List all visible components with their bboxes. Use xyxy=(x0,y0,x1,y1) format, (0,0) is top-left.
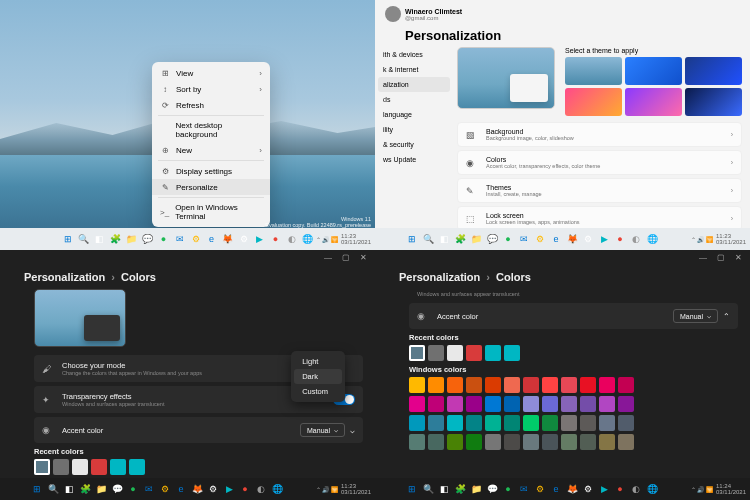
taskbar-app-icon[interactable]: 📁 xyxy=(94,482,108,496)
taskbar-app-icon[interactable]: 🌐 xyxy=(301,232,315,246)
taskbar-app-icon[interactable]: ● xyxy=(269,232,283,246)
color-swatch[interactable] xyxy=(129,459,145,475)
taskbar-app-icon[interactable]: 💬 xyxy=(485,232,499,246)
color-swatch[interactable] xyxy=(485,345,501,361)
nav-item[interactable]: language xyxy=(378,107,450,122)
taskbar-app-icon[interactable]: ⚙ xyxy=(533,232,547,246)
taskbar-app-icon[interactable]: ▶ xyxy=(253,232,267,246)
color-swatch[interactable] xyxy=(523,415,539,431)
mode-option-custom[interactable]: Custom xyxy=(294,384,342,399)
color-swatch[interactable] xyxy=(409,377,425,393)
color-swatch[interactable] xyxy=(428,345,444,361)
color-swatch[interactable] xyxy=(466,396,482,412)
color-swatch[interactable] xyxy=(504,434,520,450)
color-swatch[interactable] xyxy=(447,434,463,450)
taskbar-app-icon[interactable]: ◧ xyxy=(93,232,107,246)
color-swatch[interactable] xyxy=(504,396,520,412)
taskbar-app-icon[interactable]: ◐ xyxy=(629,232,643,246)
nav-item[interactable]: alization xyxy=(378,77,450,92)
taskbar-app-icon[interactable]: 🦊 xyxy=(565,482,579,496)
taskbar-app-icon[interactable]: ✉ xyxy=(173,232,187,246)
taskbar-app-icon[interactable]: 🌐 xyxy=(645,482,659,496)
taskbar-app-icon[interactable]: ● xyxy=(501,232,515,246)
color-swatch[interactable] xyxy=(53,459,69,475)
color-swatch[interactable] xyxy=(34,459,50,475)
taskbar-app-icon[interactable]: 💬 xyxy=(485,482,499,496)
taskbar-app-icon[interactable]: 🔍 xyxy=(421,482,435,496)
color-swatch[interactable] xyxy=(110,459,126,475)
color-swatch[interactable] xyxy=(580,377,596,393)
color-swatch[interactable] xyxy=(523,434,539,450)
color-swatch[interactable] xyxy=(504,377,520,393)
theme-thumbnail[interactable] xyxy=(625,57,682,85)
accent-dropdown[interactable]: Manual⌵ xyxy=(673,309,718,323)
taskbar-app-icon[interactable]: 🦊 xyxy=(565,232,579,246)
color-swatch[interactable] xyxy=(599,396,615,412)
taskbar-app-icon[interactable]: ⊞ xyxy=(405,232,419,246)
taskbar[interactable]: ⊞🔍◧🧩📁💬●✉⚙e🦊⚙▶●◐🌐 ⌃ 🔊 🛜 11:2403/11/2021 xyxy=(375,478,750,500)
theme-thumbnail[interactable] xyxy=(685,57,742,85)
mode-option-light[interactable]: Light xyxy=(294,354,342,369)
color-swatch[interactable] xyxy=(599,415,615,431)
taskbar-app-icon[interactable]: ⚙ xyxy=(533,482,547,496)
color-swatch[interactable] xyxy=(561,434,577,450)
taskbar-app-icon[interactable]: 🔍 xyxy=(46,482,60,496)
taskbar-app-icon[interactable]: ▶ xyxy=(597,232,611,246)
ctx-sort-by[interactable]: ↕Sort by› xyxy=(152,81,270,97)
taskbar-app-icon[interactable]: ⊞ xyxy=(61,232,75,246)
color-swatch[interactable] xyxy=(409,345,425,361)
taskbar[interactable]: ⊞🔍◧🧩📁💬●✉⚙e🦊⚙▶●◐🌐 ⌃ 🔊 🛜 11:2303/11/2021 xyxy=(0,478,375,500)
color-swatch[interactable] xyxy=(618,415,634,431)
color-swatch[interactable] xyxy=(504,415,520,431)
color-swatch[interactable] xyxy=(428,434,444,450)
taskbar-app-icon[interactable]: 🦊 xyxy=(190,482,204,496)
color-swatch[interactable] xyxy=(599,377,615,393)
nav-item[interactable]: ility xyxy=(378,122,450,137)
color-swatch[interactable] xyxy=(580,415,596,431)
setting-card-themes[interactable]: ✎ThemesInstall, create, manage› xyxy=(457,178,742,203)
taskbar-app-icon[interactable]: 📁 xyxy=(469,232,483,246)
taskbar-app-icon[interactable]: ● xyxy=(238,482,252,496)
system-tray[interactable]: ⌃ 🔊 🛜 11:2303/11/2021 xyxy=(316,233,371,245)
theme-thumbnail[interactable] xyxy=(625,88,682,116)
taskbar-app-icon[interactable]: 🧩 xyxy=(453,482,467,496)
color-swatch[interactable] xyxy=(561,415,577,431)
color-swatch[interactable] xyxy=(447,345,463,361)
taskbar-app-icon[interactable]: ◐ xyxy=(629,482,643,496)
taskbar-app-icon[interactable]: 🌐 xyxy=(645,232,659,246)
color-swatch[interactable] xyxy=(72,459,88,475)
taskbar-app-icon[interactable]: 🧩 xyxy=(453,232,467,246)
taskbar-app-icon[interactable]: 🧩 xyxy=(109,232,123,246)
taskbar-app-icon[interactable]: 🌐 xyxy=(270,482,284,496)
taskbar-app-icon[interactable]: ▶ xyxy=(597,482,611,496)
color-swatch[interactable] xyxy=(91,459,107,475)
color-swatch[interactable] xyxy=(466,415,482,431)
taskbar-app-icon[interactable]: ⚙ xyxy=(189,232,203,246)
taskbar-app-icon[interactable]: ● xyxy=(157,232,171,246)
ctx-new[interactable]: ⊕New› xyxy=(152,142,270,158)
color-swatch[interactable] xyxy=(523,377,539,393)
color-swatch[interactable] xyxy=(466,377,482,393)
color-swatch[interactable] xyxy=(618,377,634,393)
setting-card-colors[interactable]: ◉ColorsAccent color, transparency effect… xyxy=(457,150,742,175)
taskbar-app-icon[interactable]: 💬 xyxy=(110,482,124,496)
color-swatch[interactable] xyxy=(485,434,501,450)
ctx-refresh[interactable]: ⟳Refresh xyxy=(152,97,270,113)
system-tray[interactable]: ⌃ 🔊 🛜 11:2303/11/2021 xyxy=(316,483,371,495)
accent-dropdown[interactable]: Manual⌵ xyxy=(300,423,345,437)
taskbar-app-icon[interactable]: ⚙ xyxy=(158,482,172,496)
nav-item[interactable]: ds xyxy=(378,92,450,107)
color-swatch[interactable] xyxy=(485,377,501,393)
user-account[interactable]: Winaero Climtest@gmail.com xyxy=(385,6,462,22)
ctx-open-in-windows-terminal[interactable]: >_Open in Windows Terminal xyxy=(152,200,270,224)
taskbar-app-icon[interactable]: e xyxy=(174,482,188,496)
ctx-personalize[interactable]: ✎Personalize xyxy=(152,179,270,195)
taskbar-app-icon[interactable]: ⊞ xyxy=(30,482,44,496)
taskbar-app-icon[interactable]: ⚙ xyxy=(206,482,220,496)
nav-item[interactable]: ws Update xyxy=(378,152,450,167)
color-swatch[interactable] xyxy=(447,396,463,412)
taskbar-app-icon[interactable]: 🧩 xyxy=(78,482,92,496)
taskbar-app-icon[interactable]: e xyxy=(549,482,563,496)
taskbar-app-icon[interactable]: 📁 xyxy=(125,232,139,246)
color-swatch[interactable] xyxy=(409,396,425,412)
